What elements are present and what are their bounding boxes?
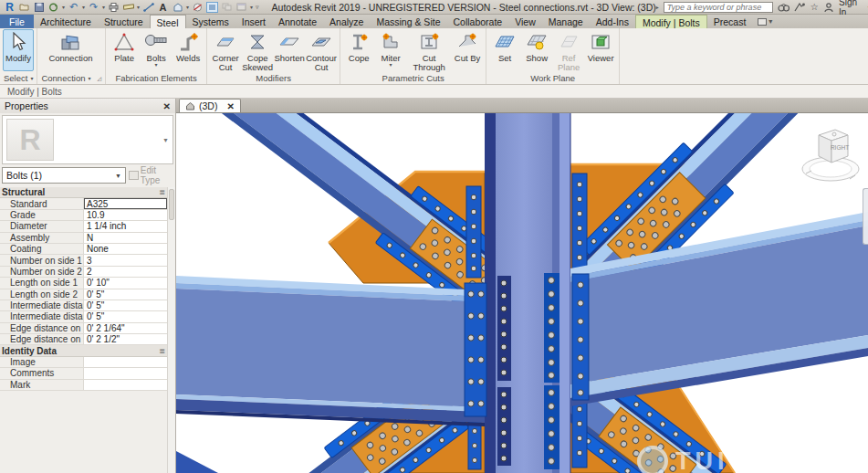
contour-cut-button[interactable]: Contour Cut [306,29,337,73]
infocenter-collapse-icon[interactable]: ▸ [656,4,659,10]
edit-type-button[interactable]: Edit Type [129,167,173,184]
property-value[interactable]: 3 [84,255,167,265]
thin-lines-icon[interactable] [206,2,218,13]
panel-connection-footer[interactable]: Connection▾◿ [37,72,105,84]
property-row[interactable]: Mark [0,380,167,391]
property-row[interactable]: Edge distance on side 1 0' 2 1/64" [0,323,167,334]
switch-windows-caret-icon[interactable]: ▾ [250,4,253,10]
save-icon[interactable] [33,2,45,13]
property-value[interactable]: 0' 2 1/2" [84,334,167,344]
instance-filter-combo[interactable]: Bolts (1) ▼ [2,167,126,184]
property-value[interactable]: N [84,233,167,243]
ribbon-display-toggle[interactable]: ▾ [758,15,772,28]
property-value[interactable]: 1 1/4 inch [84,221,167,231]
property-value[interactable]: 0' 5" [84,311,167,321]
welds-button[interactable]: Welds [173,29,204,71]
beam-left-end-plate[interactable] [465,283,486,416]
undo-caret-icon[interactable]: ▾ [82,4,85,10]
view-tab-close-icon[interactable]: ✕ [226,101,234,111]
3d-view-caret-icon[interactable]: ▾ [186,4,189,10]
search-input[interactable] [664,2,773,13]
modify-button[interactable]: Modify [3,29,34,71]
cut-by-button[interactable]: Cut By [452,29,483,71]
aligned-dimension-icon[interactable] [142,2,154,13]
redo-icon[interactable]: ↷ [88,2,99,13]
show-work-plane-button[interactable]: Show [521,29,552,71]
beam-left[interactable] [176,276,485,426]
ribbon-tab[interactable]: Systems [186,15,235,28]
open-icon[interactable] [18,2,30,13]
property-value[interactable] [84,380,167,390]
ribbon-tab[interactable]: Modify | Bolts [635,15,707,28]
cut-through-button[interactable]: Cut Through [407,29,451,73]
communication-center-icon[interactable] [794,2,805,13]
dialog-launcher-icon[interactable]: ◿ [98,75,102,81]
ribbon-tab[interactable]: Annotate [272,15,323,28]
property-value[interactable]: None [84,244,167,254]
ribbon-tab[interactable]: Analyze [323,15,370,28]
ribbon-tab[interactable]: Structure [98,15,150,28]
measure-icon[interactable] [122,2,134,13]
brace-corner-tip[interactable] [176,451,218,473]
plate-button[interactable]: Plate [109,29,140,71]
print-icon[interactable] [108,2,120,13]
ribbon-tab[interactable]: Precast [707,15,753,28]
close-hidden-windows-icon[interactable] [221,2,233,13]
property-value[interactable]: 2 [84,267,167,277]
viewer-button[interactable]: Viewer [585,29,616,71]
property-row[interactable]: Length on side 1 0' 10" [0,278,167,289]
sign-in-person-icon[interactable] [824,2,834,13]
switch-windows-icon[interactable] [235,2,247,13]
property-row[interactable]: Intermediate distance o... 0' 5" [0,300,167,311]
property-row[interactable]: Grade 10.9 [0,210,167,221]
customize-qat-icon[interactable]: ▿ [256,4,259,11]
property-row[interactable]: Length on side 2 0' 5" [0,289,167,300]
sync-caret-icon[interactable]: ▾ [62,4,65,10]
ribbon-tab[interactable]: Collaborate [446,15,508,28]
property-row[interactable]: Assembly N [0,233,167,244]
type-selector-caret-icon[interactable]: ▼ [162,137,169,143]
panel-select-footer[interactable]: Select▾ [0,72,37,84]
cope-skewed-button[interactable]: Cope Skewed [242,29,273,73]
property-row[interactable]: Number on side 1 3 [0,255,167,266]
ribbon-tab[interactable]: Steel [150,15,186,28]
property-row[interactable]: Identity Data [0,345,167,356]
property-row[interactable]: Image [0,357,167,368]
property-row[interactable]: Standard A325 [0,198,167,209]
property-value[interactable]: 0' 2 1/64" [84,323,167,333]
miter-button[interactable]: Miter ▾ [375,29,406,71]
search-binoculars-icon[interactable] [778,2,790,13]
property-value[interactable]: 0' 5" [84,289,167,300]
type-selector[interactable]: R ▼ [2,115,173,164]
ref-plane-button[interactable]: Ref Plane [553,29,584,73]
property-value[interactable] [84,357,167,367]
property-grid-scrollbar[interactable] [167,187,175,473]
ribbon-tab[interactable]: Architecture [34,15,98,28]
shorten-button[interactable]: Shorten [274,29,305,71]
cope-button[interactable]: Cope [343,29,374,71]
property-row[interactable]: Number on side 2 2 [0,267,167,278]
properties-close-icon[interactable]: ✕ [163,101,171,111]
steel-connection-model[interactable] [176,113,868,473]
measure-caret-icon[interactable]: ▾ [137,4,140,10]
property-value[interactable] [84,368,167,378]
set-work-plane-button[interactable]: Set [489,29,520,71]
section-icon[interactable] [192,2,204,13]
view-tab-3d[interactable]: (3D) ✕ [179,99,241,112]
default-3d-view-icon[interactable] [172,2,183,13]
bolts-button[interactable]: Bolts ▾ [141,29,172,71]
property-value[interactable]: 0' 10" [84,278,167,288]
navigation-bar-collapsed[interactable] [863,188,868,245]
property-row[interactable]: Coating None [0,244,167,255]
property-value[interactable]: 10.9 [84,210,167,220]
connection-button[interactable]: Connection [48,29,92,71]
ribbon-tab[interactable]: Insert [235,15,272,28]
revit-logo-icon[interactable]: R [4,2,16,13]
model-canvas[interactable]: RIGHT TUITUISOFT [176,113,868,473]
property-value[interactable]: 0' 5" [84,300,167,310]
ribbon-tab[interactable]: View [508,15,542,28]
redo-caret-icon[interactable]: ▾ [102,4,105,10]
property-row[interactable]: Structural [0,187,167,198]
corner-cut-button[interactable]: Corner Cut [210,29,241,73]
properties-header[interactable]: Properties ✕ [0,99,175,113]
